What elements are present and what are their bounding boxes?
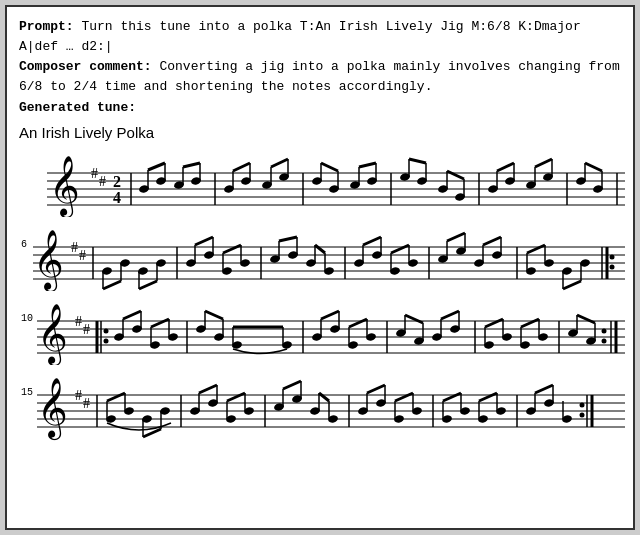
svg-line-190: [321, 311, 339, 319]
svg-line-97: [195, 237, 213, 245]
svg-line-130: [447, 233, 465, 241]
svg-line-286: [443, 393, 461, 401]
main-card: Prompt: Turn this tune into a polka T:An…: [5, 5, 635, 530]
svg-line-280: [395, 393, 413, 401]
svg-text:#: #: [75, 314, 82, 329]
svg-point-302: [580, 402, 585, 407]
svg-line-173: [151, 319, 169, 327]
svg-line-135: [483, 237, 501, 245]
svg-text:#: #: [83, 322, 90, 337]
svg-line-48: [409, 159, 426, 163]
svg-line-124: [391, 245, 409, 253]
svg-point-227: [602, 338, 607, 343]
svg-point-150: [610, 264, 615, 269]
svg-line-269: [319, 393, 329, 401]
svg-text:#: #: [71, 240, 78, 255]
staff-row-2: 6 𝄞 # #: [19, 219, 627, 291]
composer-label: Composer comment:: [19, 59, 152, 74]
svg-line-253: [199, 385, 217, 393]
svg-text:#: #: [99, 174, 106, 189]
svg-line-201: [405, 315, 423, 323]
svg-line-64: [535, 159, 552, 167]
svg-line-258: [227, 393, 245, 401]
svg-line-86: [103, 281, 121, 289]
svg-text:2: 2: [113, 173, 121, 190]
svg-line-141: [527, 245, 545, 253]
svg-text:𝄞: 𝄞: [33, 230, 64, 291]
svg-line-275: [367, 385, 385, 393]
svg-line-59: [497, 163, 514, 171]
staff-row-1: 𝄞 # # 2 4: [19, 145, 627, 217]
svg-text:#: #: [75, 388, 82, 403]
svg-line-195: [349, 319, 367, 327]
staff-row-3: 10 𝄞 # #: [19, 293, 627, 365]
svg-line-212: [485, 319, 503, 327]
svg-line-168: [123, 311, 141, 319]
svg-line-113: [315, 245, 325, 253]
svg-text:𝄞: 𝄞: [37, 378, 68, 441]
svg-text:10: 10: [21, 313, 33, 324]
svg-line-223: [577, 315, 595, 323]
svg-text:15: 15: [21, 387, 33, 398]
svg-text:4: 4: [113, 189, 121, 206]
prompt-label: Prompt:: [19, 19, 74, 34]
svg-point-226: [602, 328, 607, 333]
svg-line-26: [233, 163, 250, 171]
svg-point-149: [610, 254, 615, 259]
svg-line-217: [521, 319, 539, 327]
prompt-text: Turn this tune into a polka T:An Irish L…: [19, 19, 581, 54]
svg-text:#: #: [83, 396, 90, 411]
svg-point-163: [104, 338, 109, 343]
svg-point-303: [580, 412, 585, 417]
svg-line-291: [479, 393, 497, 401]
svg-line-146: [563, 281, 581, 289]
svg-line-264: [283, 381, 301, 389]
svg-line-53: [447, 171, 464, 179]
svg-line-206: [441, 311, 459, 319]
svg-text:#: #: [91, 166, 98, 181]
tune-title: An Irish Lively Polka: [19, 124, 621, 141]
svg-line-20: [183, 163, 200, 167]
text-block: Prompt: Turn this tune into a polka T:An…: [19, 17, 621, 118]
svg-line-297: [535, 385, 553, 393]
svg-point-162: [104, 328, 109, 333]
svg-line-102: [223, 245, 241, 253]
svg-line-70: [585, 163, 602, 171]
svg-line-119: [363, 237, 381, 245]
svg-line-108: [279, 237, 297, 241]
svg-text:#: #: [79, 248, 86, 263]
svg-line-37: [321, 163, 338, 171]
svg-text:𝄞: 𝄞: [49, 156, 80, 217]
svg-line-179: [205, 311, 223, 319]
svg-line-42: [359, 163, 376, 167]
staff-row-4: 15 𝄞 # #: [19, 367, 627, 447]
svg-line-15: [148, 163, 165, 170]
svg-text:6: 6: [21, 239, 27, 250]
generated-label: Generated tune:: [19, 100, 136, 115]
svg-line-242: [107, 393, 125, 401]
music-notation: 𝄞 # # 2 4: [19, 145, 621, 447]
svg-text:𝄞: 𝄞: [37, 304, 68, 365]
svg-line-31: [271, 159, 288, 167]
svg-line-91: [139, 281, 157, 289]
